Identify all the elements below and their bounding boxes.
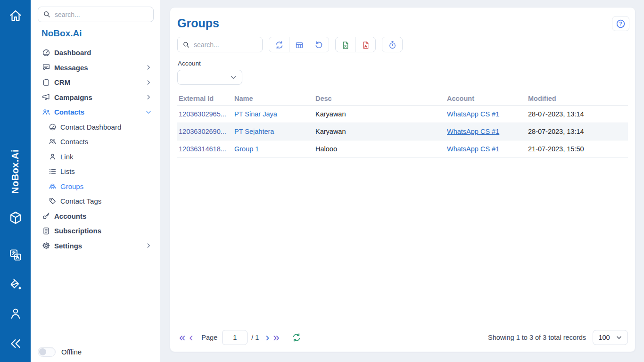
- sidebar-item-label: Lists: [60, 167, 75, 175]
- sidebar-item-contact-dashboard[interactable]: Contact Dashboard: [31, 120, 160, 135]
- question-circle-icon: ?: [616, 19, 626, 29]
- page-title: Groups: [177, 16, 219, 30]
- document-icon: [41, 226, 50, 235]
- last-page-icon[interactable]: »: [271, 330, 281, 345]
- account-link[interactable]: WhatsApp CS #1: [446, 110, 527, 118]
- timer-group: [382, 37, 403, 52]
- group-desc: Karyawan: [314, 128, 446, 135]
- column-header-desc[interactable]: Desc: [314, 95, 446, 102]
- sidebar-item-messages[interactable]: Messages: [31, 60, 160, 75]
- cube-logo-icon[interactable]: [0, 210, 31, 226]
- sidebar-item-subscriptions[interactable]: Subscriptions: [31, 223, 160, 239]
- page-label: Page: [201, 334, 217, 341]
- table-actions-group: [269, 37, 329, 52]
- column-header-modified[interactable]: Modified: [527, 95, 628, 102]
- prev-page-icon[interactable]: ‹: [187, 330, 195, 345]
- sidebar-item-dashboard[interactable]: Dashboard: [31, 45, 160, 60]
- user-profile-icon[interactable]: [0, 306, 31, 321]
- sidebar-item-label: Dashboard: [54, 49, 91, 57]
- sidebar-item-label: Contact Dashboard: [60, 123, 121, 131]
- key-icon: [41, 212, 50, 221]
- sidebar-item-campaigns[interactable]: Campaigns: [31, 90, 160, 105]
- column-header-external-id[interactable]: External Id: [177, 95, 233, 102]
- group-people-icon: [49, 182, 57, 190]
- sidebar-item-label: Contacts: [54, 108, 84, 116]
- first-page-icon[interactable]: «: [177, 330, 187, 345]
- gauge-icon: [49, 123, 57, 131]
- sidebar-item-label: Settings: [54, 242, 82, 250]
- sidebar-nav: Dashboard Messages CRM Campaigns: [31, 45, 160, 253]
- sidebar-item-contacts[interactable]: Contacts: [31, 105, 160, 120]
- external-id-link[interactable]: 12036302690...: [177, 128, 233, 135]
- sidebar-item-accounts[interactable]: Accounts: [31, 209, 160, 224]
- column-header-account[interactable]: Account: [446, 95, 527, 102]
- offline-label: Offline: [61, 348, 82, 356]
- modified-date: 21-07-2023, 15:50: [527, 145, 628, 153]
- auto-refresh-timer-button[interactable]: [382, 37, 402, 52]
- sidebar-item-crm[interactable]: CRM: [31, 75, 160, 90]
- group-desc: Karyawan: [314, 110, 446, 118]
- sidebar-item-settings[interactable]: Settings: [31, 239, 160, 254]
- sidebar-search-input[interactable]: [55, 11, 149, 18]
- table-row: 12036302690... PT Sejahtera Karyawan Wha…: [177, 123, 628, 140]
- next-page-icon[interactable]: ›: [264, 330, 271, 345]
- offline-control: Offline: [38, 347, 82, 357]
- external-id-link[interactable]: 12036314618...: [177, 145, 233, 153]
- sidebar-item-link[interactable]: Link: [31, 149, 160, 165]
- help-button[interactable]: ?: [612, 16, 629, 31]
- refresh-button[interactable]: [269, 37, 289, 52]
- export-pdf-button[interactable]: [355, 37, 375, 52]
- collapse-sidebar-icon[interactable]: [0, 336, 31, 351]
- sidebar-item-label: Groups: [60, 182, 83, 190]
- sidebar-item-label: Accounts: [54, 212, 86, 220]
- external-id-link[interactable]: 12036302965...: [177, 110, 233, 118]
- reset-button[interactable]: [309, 37, 329, 52]
- undo-rotate-icon: [314, 41, 323, 49]
- account-filter-select[interactable]: [177, 70, 242, 85]
- group-name-link[interactable]: Group 1: [233, 145, 314, 153]
- offline-toggle[interactable]: [38, 347, 56, 357]
- sidebar-item-label: Messages: [54, 64, 88, 72]
- page-number-input[interactable]: [222, 330, 248, 345]
- icon-rail: NoBox.Ai: [0, 0, 31, 362]
- sidebar-item-label: Campaigns: [54, 93, 92, 101]
- columns-button[interactable]: [289, 37, 309, 52]
- chevron-right-icon: [145, 94, 152, 100]
- groups-table: External Id Name Desc Account Modified 1…: [177, 91, 628, 158]
- chevron-down-icon: [145, 109, 152, 115]
- groups-card: Groups ?: [170, 7, 636, 352]
- toggle-knob: [39, 348, 46, 355]
- megaphone-icon: [41, 93, 50, 102]
- column-header-name[interactable]: Name: [233, 95, 314, 102]
- paint-format-icon[interactable]: [0, 277, 31, 291]
- export-excel-button[interactable]: [336, 37, 355, 52]
- table-search-input[interactable]: [194, 41, 257, 49]
- vertical-brand-text: NoBox.Ai: [0, 136, 31, 207]
- chevron-right-icon: [145, 242, 152, 249]
- account-filter-label: Account: [178, 60, 201, 67]
- sidebar-item-groups[interactable]: Groups: [31, 179, 160, 194]
- sidebar-item-label: Subscriptions: [54, 227, 101, 235]
- pdf-file-icon: [362, 41, 370, 49]
- refresh-table-icon[interactable]: [292, 333, 301, 342]
- home-icon[interactable]: [0, 8, 31, 23]
- people-icon: [49, 138, 57, 146]
- main-area: Groups ?: [160, 0, 644, 362]
- sidebar-item-label: Contacts: [60, 138, 88, 146]
- sidebar: NoBox.Ai Dashboard Messages CRM: [31, 0, 160, 362]
- refresh-icon: [275, 41, 284, 49]
- chevron-down-icon: [230, 74, 237, 81]
- sidebar-item-lists[interactable]: Lists: [31, 164, 160, 179]
- group-name-link[interactable]: PT Sejahtera: [233, 128, 314, 135]
- sidebar-item-contacts-sub[interactable]: Contacts: [31, 134, 160, 149]
- sidebar-item-contact-tags[interactable]: Contact Tags: [31, 194, 160, 209]
- account-link[interactable]: WhatsApp CS #1: [446, 145, 527, 153]
- translate-icon[interactable]: [0, 248, 31, 262]
- tag-icon: [49, 197, 57, 205]
- page-size-select[interactable]: 100: [593, 330, 628, 345]
- table-controls: [177, 37, 403, 52]
- sidebar-brand: NoBox.Ai: [41, 28, 82, 39]
- group-name-link[interactable]: PT Sinar Jaya: [233, 110, 314, 118]
- person-icon: [49, 153, 57, 161]
- account-link[interactable]: WhatsApp CS #1: [446, 128, 527, 135]
